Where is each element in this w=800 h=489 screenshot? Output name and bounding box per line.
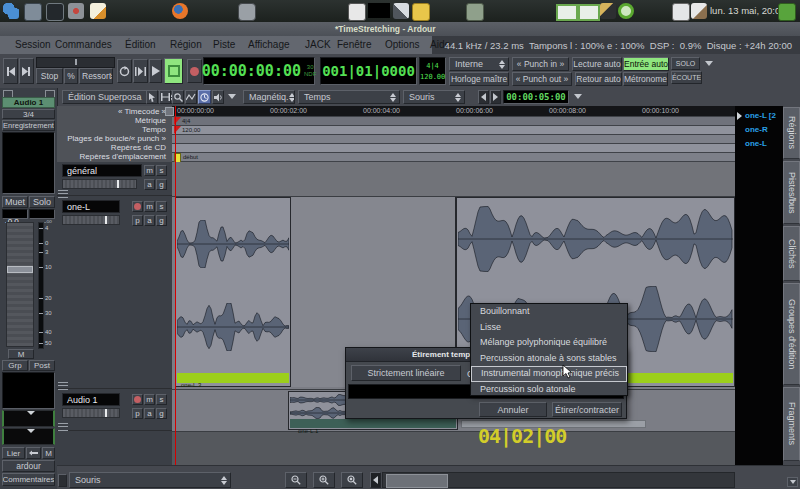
strip-processor-box-post[interactable] — [2, 372, 55, 409]
tool-zoom-button[interactable] — [172, 90, 184, 104]
menu-item-melange[interactable]: Mélange polyphonique équilibré — [471, 335, 627, 351]
tool-object-button[interactable] — [146, 90, 158, 104]
file-manager-icon[interactable] — [24, 3, 42, 21]
menu-options[interactable]: Options — [385, 39, 419, 50]
ruler-lane-punch[interactable] — [172, 135, 735, 144]
playlist-button-audio1[interactable]: p — [132, 408, 143, 419]
rec-button-one-l[interactable] — [132, 201, 143, 212]
mute-button-one-l[interactable]: m — [144, 201, 155, 212]
horizontal-scrollbar[interactable] — [382, 472, 735, 488]
menu-piste[interactable]: Piste — [213, 39, 235, 50]
menu-region[interactable]: Région — [170, 39, 202, 50]
secondary-clock[interactable]: 001|01|0000 — [320, 57, 417, 85]
workspace-switcher-2[interactable] — [578, 4, 600, 21]
tool-audition-button[interactable] — [212, 90, 224, 104]
automation-button-one-l[interactable]: a — [144, 215, 155, 226]
solo-button-audio1[interactable]: s — [156, 394, 167, 405]
nudge-forward-button[interactable] — [490, 90, 501, 104]
keys-icon[interactable] — [393, 3, 409, 19]
menu-commandes[interactable]: Commandes — [55, 39, 112, 50]
panner-mono-button[interactable]: M — [42, 447, 55, 459]
menu-item-lisse[interactable]: Lisse — [471, 320, 627, 336]
region-list[interactable]: one-L [2 one-R one-L — [735, 106, 783, 465]
cd-burner-icon[interactable] — [68, 3, 84, 19]
track-name-audio1[interactable]: Audio 1 — [62, 393, 120, 406]
group-button-general[interactable]: g — [156, 179, 167, 190]
fader-handle[interactable] — [7, 266, 33, 273]
strip-meter-point-button[interactable]: Post — [29, 360, 55, 371]
comments-button[interactable]: Commentaires — [2, 473, 55, 486]
punch-in-button[interactable]: « Punch in » — [512, 57, 569, 71]
corner-expander-button[interactable] — [787, 477, 798, 487]
auto-input-button[interactable]: Entrée auto — [623, 57, 669, 71]
shuttle-mode-combo[interactable]: Ressort — [79, 68, 113, 84]
tab-cliches[interactable]: Clichés — [783, 226, 800, 281]
play-range-button[interactable] — [133, 59, 148, 83]
playhead[interactable] — [175, 106, 176, 466]
audio-region[interactable]: one-L.3 — [175, 197, 291, 387]
zoom-out-button[interactable] — [285, 472, 307, 488]
strip-mono-button[interactable]: M — [8, 349, 34, 359]
rec-button-audio1[interactable] — [132, 394, 143, 405]
window-titlebar[interactable]: *TimeStretching - Ardour — [0, 22, 800, 37]
playlist-button-one-l[interactable]: p — [132, 215, 143, 226]
mute-button-general[interactable]: m — [144, 165, 155, 176]
search-icon[interactable] — [618, 3, 634, 19]
battery-icon[interactable] — [348, 3, 366, 21]
track-header-one-l[interactable]: one-L m s p a g — [57, 196, 172, 389]
metronome-button[interactable]: Métronome — [623, 72, 668, 86]
ruler-lane-metrique[interactable]: 4|4 — [172, 117, 735, 126]
zoom-focus-combo[interactable]: Souris — [69, 472, 231, 488]
stop-button[interactable] — [164, 58, 183, 84]
region-name-bar[interactable]: one-L.1 — [290, 419, 456, 428]
tab-pistes-bus[interactable]: Pistes/bus — [783, 161, 800, 224]
primary-clock[interactable]: 00:00:00:00 30NDF — [203, 57, 315, 85]
menu-item-bouillonnant[interactable]: Bouillonnant — [471, 304, 627, 320]
chevron-down-icon[interactable] — [705, 61, 713, 66]
ruler-lane-cd[interactable] — [172, 144, 735, 153]
peak-display[interactable]: -∞ — [29, 209, 55, 219]
menu-session[interactable]: Session — [15, 39, 51, 50]
snap-mode-combo[interactable]: Magnétiq. — [243, 90, 295, 104]
applet-icon[interactable] — [778, 3, 796, 21]
strict-linear-button[interactable]: Strictement linéaire — [351, 365, 461, 381]
loop-button[interactable] — [117, 59, 132, 83]
strip-record-button[interactable]: Enregistrement — [2, 120, 55, 131]
track-resize-grip[interactable] — [58, 423, 68, 431]
master-clock-button[interactable]: Horloge maître — [449, 72, 509, 86]
editor-canvas[interactable]: one-L.3 one-L.1 04|02|00 — [172, 162, 735, 465]
ruler-corner-button[interactable] — [165, 107, 174, 116]
notification-window-icon[interactable] — [368, 3, 390, 18]
strip-group-button[interactable]: Grp — [2, 360, 28, 371]
group-button-one-l[interactable]: g — [156, 215, 167, 226]
zoom-fit-button[interactable] — [341, 472, 363, 488]
mute-button-audio1[interactable]: m — [144, 394, 155, 405]
ruler-lane-tempo[interactable]: 120,00 — [172, 126, 735, 135]
terminal-icon[interactable] — [46, 3, 64, 21]
panner-right[interactable] — [2, 428, 55, 445]
workspace-switcher-1[interactable] — [556, 4, 578, 21]
edit-clock[interactable]: 00:00:05:00 — [503, 90, 569, 104]
track-fader-general[interactable] — [62, 179, 137, 189]
firefox-icon[interactable] — [172, 3, 188, 19]
menu-item-percussion-solo[interactable]: Percussion solo atonale — [471, 382, 627, 398]
listen-button[interactable]: ÉCOUTE — [671, 71, 702, 84]
scroll-left-button[interactable] — [370, 472, 381, 488]
track-header-audio1[interactable]: Audio 1 m s p a g — [57, 389, 172, 431]
strip-mute-button[interactable]: Muet — [2, 196, 28, 208]
track-name-general[interactable]: général — [62, 164, 142, 177]
list-expander-icon[interactable] — [737, 112, 742, 120]
play-button[interactable] — [149, 59, 162, 83]
region-list-item[interactable]: one-R — [745, 123, 783, 137]
strip-input-button[interactable]: 3/4 — [2, 109, 55, 119]
meter-tempo-box[interactable]: 4|4 120.00 — [419, 57, 446, 85]
region-list-item[interactable]: one-L — [745, 137, 783, 151]
panner-link-button[interactable]: Lier — [2, 447, 25, 459]
camera-icon[interactable] — [238, 3, 256, 21]
zoom-in-button[interactable] — [313, 472, 335, 488]
track-header-general[interactable]: général m s a g — [57, 162, 172, 196]
text-editor-icon[interactable] — [90, 3, 106, 19]
shuttle-bar[interactable] — [36, 57, 115, 68]
menu-edition[interactable]: Édition — [125, 39, 156, 50]
punch-out-button[interactable]: « Punch out » — [512, 72, 572, 86]
